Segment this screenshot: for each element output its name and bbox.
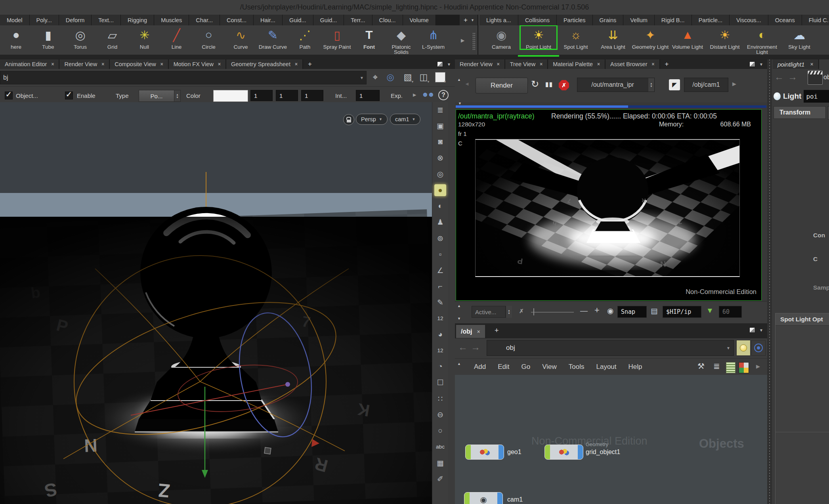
menu-item[interactable]: Tools	[569, 363, 585, 371]
panel-cursor-icon[interactable]: ◤	[669, 79, 680, 90]
help-icon[interactable]: ?	[438, 90, 449, 100]
shelf-tab[interactable]: Particle...	[692, 15, 730, 25]
pin-icon[interactable]: ⌖	[369, 71, 382, 84]
close-icon[interactable]: ×	[810, 61, 813, 67]
tool-curve[interactable]: ∿ Curve	[225, 25, 257, 50]
clear-icon[interactable]: ✗	[519, 308, 524, 314]
hook-icon[interactable]: ⌐	[434, 281, 446, 292]
output-path-field[interactable]: $HIP/ip	[663, 306, 701, 318]
scroll-up-icon[interactable]: ▲	[457, 78, 461, 82]
pane-tab[interactable]: Render View ×	[59, 59, 110, 69]
parameter-tab[interactable]: pointlight1 ×	[773, 59, 819, 69]
new-tab-button[interactable]: +	[303, 59, 317, 69]
hide-objects-icon[interactable]: ⊗	[434, 152, 446, 164]
tab-next-partial[interactable]	[827, 106, 829, 120]
tool-spot-light[interactable]: ☼ Spot Light	[557, 25, 594, 50]
snap-field[interactable]: Snap	[617, 306, 647, 318]
node-flag-left[interactable]	[545, 445, 550, 459]
box-select-icon[interactable]: ▫	[434, 248, 446, 260]
lights-toggle-icon[interactable]: ●	[434, 184, 446, 196]
tool-grid[interactable]: ▱ Grid	[96, 25, 128, 50]
circle-handle-icon[interactable]: ○	[434, 425, 446, 437]
tool-path[interactable]: ⋰ Path	[289, 25, 321, 50]
shelf-tab[interactable]: Oceans	[768, 15, 802, 25]
tools-wrench-icon[interactable]: ⚒	[697, 361, 705, 371]
shelf-tab[interactable]: Guid...	[283, 15, 313, 25]
shelf-tab[interactable]: Model	[0, 15, 30, 25]
expand-arrow-icon[interactable]: ▶	[413, 92, 416, 97]
tab-transform[interactable]: Transform	[774, 106, 826, 119]
shelf-tab[interactable]: Hair...	[254, 15, 283, 25]
snapshot-icon[interactable]: ▦	[434, 457, 446, 469]
projection-selector[interactable]: Persp ▼	[356, 114, 388, 125]
color-r-field[interactable]: 1	[250, 90, 273, 101]
scroll-down-icon[interactable]: ▼	[458, 101, 462, 105]
node-cam1[interactable]: ◉	[464, 492, 503, 504]
shelf-tab[interactable]: Deform	[59, 15, 92, 25]
viewport-lock-button[interactable]	[343, 114, 354, 125]
render-button[interactable]: Render	[476, 78, 528, 94]
shelf-tab[interactable]: Char...	[189, 15, 220, 25]
pane-tab[interactable]: Composite View ×	[110, 59, 169, 69]
tool-draw-curve[interactable]: ✎ Draw Curve	[257, 25, 289, 50]
tree-list-icon[interactable]: ≣	[713, 361, 720, 371]
menu-item[interactable]: Add	[474, 363, 486, 371]
character-radar-icon[interactable]: ⊚	[434, 232, 446, 244]
section-header[interactable]: Spot Light Opt	[776, 313, 829, 326]
scroll-down-icon[interactable]: ▼	[457, 317, 461, 321]
shelf-tab[interactable]: Particles	[557, 15, 593, 25]
shelf-tab[interactable]: Grains	[593, 15, 624, 25]
pane-split-icon[interactable]	[437, 61, 443, 67]
close-icon[interactable]: ×	[160, 61, 163, 67]
pane-tab[interactable]: Tree View ×	[505, 59, 548, 69]
close-icon[interactable]: ×	[51, 61, 54, 67]
shelf-tab[interactable]: Vellum	[623, 15, 655, 25]
shelf-tab[interactable]: Muscles	[154, 15, 189, 25]
close-icon[interactable]: ×	[652, 61, 655, 67]
close-icon[interactable]: ×	[101, 61, 104, 67]
shelf-tab[interactable]: Guid...	[313, 15, 344, 25]
pane-tab[interactable]: Animation Editor ×	[0, 59, 59, 69]
tool-distant-light[interactable]: ☀ Distant Light	[706, 25, 743, 50]
tool-torus[interactable]: ◎ Torus	[64, 25, 96, 50]
viewport-3d[interactable]: P b N S Z R 7 K	[0, 102, 432, 504]
color-palette-icon[interactable]	[739, 362, 749, 373]
node-flag-left[interactable]	[466, 445, 471, 459]
shelf-tab[interactable]: Poly...	[30, 15, 59, 25]
expand-right-icon[interactable]: ▶	[732, 81, 736, 87]
sweep-angle-icon[interactable]: ∠	[434, 264, 446, 276]
back-icon[interactable]: ←	[458, 342, 468, 353]
spinner-icon[interactable]: ▲▼	[506, 306, 512, 318]
radar-icon[interactable]: ◎	[384, 71, 397, 84]
node-flag-right[interactable]	[578, 445, 583, 459]
tool-circle[interactable]: ○ Circle	[193, 25, 225, 50]
menu-item[interactable]: View	[542, 363, 557, 371]
shelf-tab[interactable]: Volume	[403, 15, 436, 25]
tool-point-light[interactable]: ☀ Point Light	[520, 25, 557, 50]
tool-geometry-light[interactable]: ✦ Geometry Light	[632, 25, 669, 50]
enable-checkbox[interactable]: ✓	[65, 92, 73, 99]
pane-tab[interactable]: Render View ×	[455, 59, 505, 69]
close-icon[interactable]: ×	[497, 61, 500, 67]
shelf-tab[interactable]: Text...	[92, 15, 121, 25]
close-icon[interactable]: ×	[477, 328, 480, 335]
export-disk-icon[interactable]: ▼	[706, 306, 714, 315]
stop-icon[interactable]: ✗	[559, 80, 569, 90]
color-g-field[interactable]: 1	[276, 90, 298, 101]
tool-font[interactable]: T Font	[353, 25, 385, 50]
new-tab-button[interactable]: +	[495, 326, 499, 335]
isolate-radar-icon[interactable]: ◎	[434, 168, 446, 180]
secure-selection-icon[interactable]: ◙	[434, 136, 446, 148]
menu-item[interactable]: Go	[521, 363, 531, 371]
radar-toggle[interactable]	[751, 340, 766, 356]
shelf-overflow-arrow[interactable]: ▶	[461, 38, 464, 43]
pane-menu-icon[interactable]: ▼	[759, 328, 763, 332]
refresh-icon[interactable]: ↻	[531, 78, 539, 90]
network-tab-obj[interactable]: /obj ×	[456, 325, 485, 338]
minus-icon[interactable]: —	[580, 306, 588, 315]
node-label[interactable]: grid_object1	[586, 449, 620, 456]
geometry-cube-icon[interactable]: ▧▼	[401, 71, 414, 84]
info-bubble-toggle[interactable]	[736, 340, 751, 356]
chevron-down-icon[interactable]: ▼	[726, 346, 730, 350]
pause-icon[interactable]: ▮▮	[545, 80, 553, 88]
